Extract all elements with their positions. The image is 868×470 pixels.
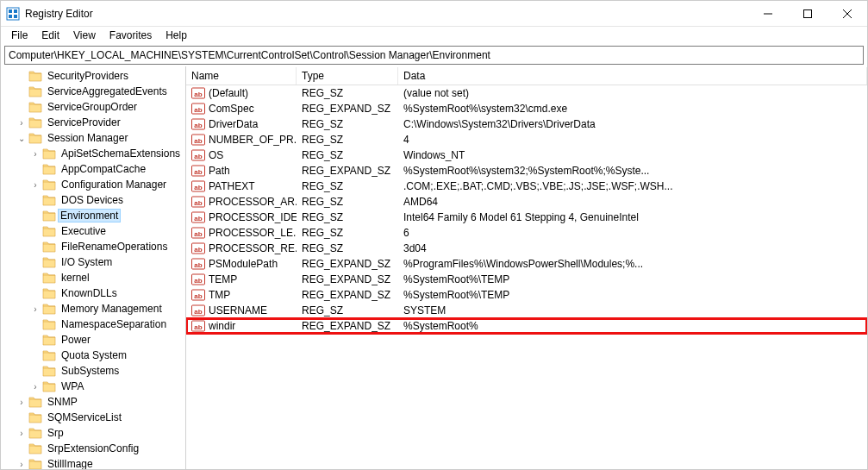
folder-icon: [28, 116, 42, 129]
address-bar[interactable]: Computer\HKEY_LOCAL_MACHINE\SYSTEM\Curre…: [4, 46, 864, 65]
value-data: 6: [398, 227, 867, 239]
tree-item[interactable]: SubSystems: [1, 363, 185, 379]
tree-item[interactable]: Environment: [1, 208, 185, 223]
tree-item-label: Session Manager: [45, 132, 130, 144]
tree-item[interactable]: Quota System: [1, 348, 185, 363]
tree-item[interactable]: ServiceGroupOrder: [1, 99, 185, 115]
list-row[interactable]: windirREG_EXPAND_SZ%SystemRoot%: [186, 318, 867, 334]
chevron-right-icon[interactable]: ›: [28, 382, 42, 392]
list-row[interactable]: DriverDataREG_SZC:\Windows\System32\Driv…: [186, 116, 867, 132]
tree-item[interactable]: ServiceAggregatedEvents: [1, 84, 185, 99]
list-row[interactable]: PROCESSOR_LE...REG_SZ6: [186, 225, 867, 241]
tree-item[interactable]: Power: [1, 332, 185, 348]
list-row[interactable]: PATHEXTREG_SZ.COM;.EXE;.BAT;.CMD;.VBS;.V…: [186, 179, 867, 194]
value-name-cell: DriverData: [186, 117, 297, 131]
string-value-icon: [191, 210, 205, 224]
list-row[interactable]: PathREG_EXPAND_SZ%SystemRoot%\system32;%…: [186, 163, 867, 179]
tree-item[interactable]: Executive: [1, 223, 185, 239]
chevron-right-icon[interactable]: ›: [28, 304, 42, 314]
tree-item[interactable]: ›ServiceProvider: [1, 115, 185, 130]
chevron-right-icon[interactable]: ›: [15, 460, 28, 469]
tree-item[interactable]: ›Configuration Manager: [1, 177, 185, 192]
list-row[interactable]: USERNAMEREG_SZSYSTEM: [186, 303, 867, 318]
value-type: REG_EXPAND_SZ: [297, 273, 398, 285]
chevron-down-icon[interactable]: ⌄: [15, 134, 28, 143]
list-row[interactable]: PSModulePathREG_EXPAND_SZ%ProgramFiles%\…: [186, 256, 867, 272]
value-name: TEMP: [209, 273, 237, 285]
minimize-button[interactable]: [748, 1, 788, 26]
menu-file[interactable]: File: [4, 28, 34, 43]
string-value-icon: [191, 164, 205, 178]
tree-item[interactable]: ›Srp: [1, 425, 185, 441]
tree-item[interactable]: ›SNMP: [1, 394, 185, 410]
value-data: (value not set): [398, 87, 867, 99]
tree-item[interactable]: kernel: [1, 270, 185, 285]
list-row[interactable]: TMPREG_EXPAND_SZ%SystemRoot%\TEMP: [186, 287, 867, 303]
value-type: REG_SZ: [297, 227, 398, 239]
folder-icon: [42, 379, 56, 393]
window-controls: [748, 1, 867, 26]
chevron-right-icon[interactable]: ›: [15, 118, 28, 128]
list-row[interactable]: (Default)REG_SZ(value not set): [186, 85, 867, 101]
tree-item[interactable]: AppCompatCache: [1, 161, 185, 177]
list-row[interactable]: TEMPREG_EXPAND_SZ%SystemRoot%\TEMP: [186, 272, 867, 287]
tree-item[interactable]: KnownDLLs: [1, 285, 185, 301]
tree-item[interactable]: FileRenameOperations: [1, 239, 185, 254]
value-data: AMD64: [398, 196, 867, 208]
menu-edit[interactable]: Edit: [34, 28, 66, 43]
chevron-right-icon[interactable]: ›: [15, 398, 28, 407]
string-value-icon: [191, 133, 205, 147]
tree-item[interactable]: ›WPA: [1, 379, 185, 394]
menu-favorites[interactable]: Favorites: [103, 28, 159, 43]
tree-item[interactable]: SrpExtensionConfig: [1, 441, 185, 456]
column-header-data[interactable]: Data: [398, 67, 867, 85]
tree-item[interactable]: NamespaceSeparation: [1, 316, 185, 332]
regedit-app-icon: [6, 7, 20, 21]
tree-item[interactable]: ⌄Session Manager: [1, 130, 185, 146]
value-name: DriverData: [209, 118, 258, 130]
value-name: PSModulePath: [209, 258, 278, 270]
value-name-cell: PATHEXT: [186, 179, 297, 193]
string-value-icon: [191, 319, 205, 333]
value-name: (Default): [209, 87, 248, 99]
tree-item[interactable]: I/O System: [1, 254, 185, 270]
value-data: %SystemRoot%\TEMP: [398, 273, 867, 285]
value-type: REG_SZ: [297, 242, 398, 254]
tree-item[interactable]: ›StillImage: [1, 456, 185, 469]
tree-item-label: Configuration Manager: [59, 179, 169, 191]
folder-icon: [28, 85, 42, 98]
tree-item-label: StillImage: [45, 458, 96, 469]
string-value-icon: [191, 86, 205, 100]
tree-item[interactable]: DOS Devices: [1, 192, 185, 208]
tree-item[interactable]: ›Memory Management: [1, 301, 185, 316]
list-body: (Default)REG_SZ(value not set)ComSpecREG…: [186, 85, 867, 334]
list-row[interactable]: PROCESSOR_RE...REG_SZ3d04: [186, 241, 867, 256]
folder-icon: [42, 317, 56, 331]
column-header-name[interactable]: Name: [186, 67, 297, 85]
value-type: REG_EXPAND_SZ: [297, 258, 398, 270]
list-row[interactable]: PROCESSOR_AR...REG_SZAMD64: [186, 194, 867, 210]
tree-item[interactable]: SQMServiceList: [1, 410, 185, 425]
chevron-right-icon[interactable]: ›: [28, 149, 42, 159]
close-button[interactable]: [827, 1, 867, 26]
menu-help[interactable]: Help: [159, 28, 194, 43]
list-pane[interactable]: Name Type Data (Default)REG_SZ(value not…: [186, 66, 867, 469]
tree-item[interactable]: ›ApiSetSchemaExtensions: [1, 146, 185, 161]
list-row[interactable]: PROCESSOR_IDE...REG_SZIntel64 Family 6 M…: [186, 210, 867, 225]
tree-pane[interactable]: SecurityProvidersServiceAggregatedEvents…: [1, 66, 186, 469]
tree-item[interactable]: SecurityProviders: [1, 68, 185, 84]
list-row[interactable]: NUMBER_OF_PR...REG_SZ4: [186, 132, 867, 147]
address-text: Computer\HKEY_LOCAL_MACHINE\SYSTEM\Curre…: [9, 49, 490, 61]
menu-view[interactable]: View: [66, 28, 103, 43]
chevron-right-icon[interactable]: ›: [15, 429, 28, 438]
folder-icon: [28, 442, 42, 455]
maximize-button[interactable]: [788, 1, 827, 26]
value-type: REG_EXPAND_SZ: [297, 289, 398, 301]
column-header-type[interactable]: Type: [297, 67, 398, 85]
tree-item-label: KnownDLLs: [59, 287, 120, 299]
value-name-cell: TEMP: [186, 273, 297, 286]
titlebar: Registry Editor: [1, 1, 867, 27]
list-row[interactable]: OSREG_SZWindows_NT: [186, 147, 867, 163]
list-row[interactable]: ComSpecREG_EXPAND_SZ%SystemRoot%\system3…: [186, 101, 867, 116]
chevron-right-icon[interactable]: ›: [28, 180, 42, 190]
